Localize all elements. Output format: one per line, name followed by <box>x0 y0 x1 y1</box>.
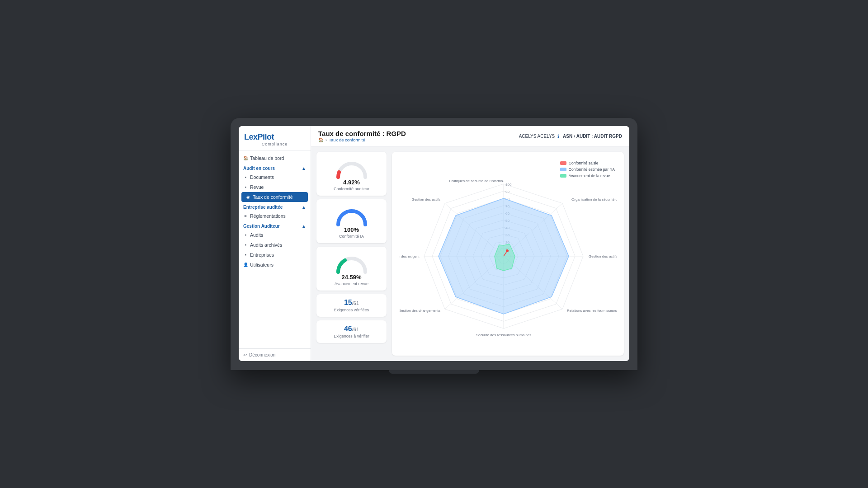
chevron-up-icon3: ▲ <box>302 224 306 229</box>
svg-text:100: 100 <box>505 183 512 187</box>
chevron-up-icon2: ▲ <box>302 205 306 210</box>
conformite-dot <box>506 249 509 252</box>
gauge-ia <box>334 204 370 226</box>
org-label: ACELYS ACELYS ℹ <box>519 134 559 139</box>
section-entreprise-header[interactable]: Entreprise auditée ▲ <box>239 202 311 211</box>
gauge-auditeur <box>334 156 370 179</box>
legend-item-conformite-saisie: Conformité saisie <box>560 161 615 165</box>
breadcrumb-link[interactable]: Taux de conformité <box>329 137 365 142</box>
exigences-a-verifier-label: Exigences à vérifier <box>334 334 369 338</box>
radar-chart: 100 90 80 70 60 50 40 30 20 10 <box>396 156 619 351</box>
breadcrumb: 🏠 › Taux de conformité <box>318 137 406 142</box>
audit-breadcrumb: ASN › AUDIT : AUDIT RGPD <box>563 134 622 139</box>
page-title: Taux de conformité : RGPD <box>318 130 406 137</box>
home-breadcrumb-icon: 🏠 <box>318 137 324 142</box>
legend-item-conformite-ia: Conformité estimée par l'IA <box>560 167 615 172</box>
conformite-ia-pct: 100% <box>344 226 359 233</box>
main-content: Taux de conformité : RGPD 🏠 › Taux de co… <box>311 126 629 361</box>
exigences-a-verifier-count: 46 /61 <box>344 325 359 333</box>
regl-icon: ≡ <box>243 214 248 218</box>
users-icon: 👤 <box>243 263 248 267</box>
sidebar-item-revue[interactable]: ▪ Revue <box>239 182 311 192</box>
content-area: 4.92% Conformité auditeur <box>311 146 629 361</box>
gauge-avancement <box>334 251 370 274</box>
topbar-left: Taux de conformité : RGPD 🏠 › Taux de co… <box>318 130 406 142</box>
archives-icon: ▪ <box>243 243 248 247</box>
sidebar-item-reglementations[interactable]: ≡ Réglementations <box>239 211 311 221</box>
home-icon: 🏠 <box>243 156 248 160</box>
logout-button[interactable]: ↩ Déconnexion <box>243 352 306 357</box>
taux-icon: ◉ <box>246 195 250 199</box>
svg-text:Gestion des actifs: Gestion des actifs <box>411 197 440 202</box>
svg-text:Gestion des actifs: Gestion des actifs <box>589 254 617 258</box>
sidebar-item-tableau-bord[interactable]: 🏠 Tableau de bord <box>239 153 311 163</box>
radar-svg: 100 90 80 70 60 50 40 30 20 10 <box>400 168 617 340</box>
avancement-label: Avancement revue <box>335 282 368 286</box>
conformite-auditeur-pct: 4.92% <box>343 179 360 186</box>
conformite-ia-label: Conformité IA <box>339 234 364 239</box>
svg-text:Sécurité des ressources humain: Sécurité des ressources humaines <box>476 333 531 337</box>
legend-color-ia <box>560 168 566 171</box>
sidebar-item-documents[interactable]: ▪ Documents <box>239 172 311 182</box>
breadcrumb-sep: › <box>326 137 327 142</box>
document-icon: ▪ <box>243 175 248 179</box>
sidebar-nav: 🏠 Tableau de bord Audit en cours ▲ ▪ Doc… <box>239 150 311 348</box>
legend-color-avancement <box>560 174 566 178</box>
sidebar-item-taux-conformite[interactable]: ◉ Taux de conformité <box>241 192 308 202</box>
logo-sub: Compliance <box>244 142 305 146</box>
metric-conformite-ia: 100% Conformité IA <box>316 199 387 243</box>
svg-text:Analyse et spécification des e: Analyse et spécification des exigen. <box>400 254 420 258</box>
sidebar: LexPilot Compliance 🏠 Tableau de bord Au… <box>239 126 311 361</box>
avancement-pct: 24.59% <box>341 274 361 281</box>
logout-icon: ↩ <box>243 352 247 357</box>
metric-exigences-a-verifier: 46 /61 Exigences à vérifier <box>316 320 387 343</box>
entreprises-icon: ▪ <box>243 253 248 257</box>
audits-icon: ▪ <box>243 233 248 237</box>
chart-legend: Conformité saisie Conformité estimée par… <box>560 161 615 178</box>
sidebar-item-audits-archives[interactable]: ▪ Audits archivés <box>239 240 311 250</box>
sidebar-item-utilisateurs[interactable]: 👤 Utilisateurs <box>239 260 311 270</box>
section-gestion-header[interactable]: Gestion Auditeur ▲ <box>239 221 311 230</box>
metrics-panel: 4.92% Conformité auditeur <box>316 152 387 356</box>
conformite-auditeur-label: Conformité auditeur <box>334 187 369 191</box>
chart-panel: 100 90 80 70 60 50 40 30 20 10 <box>392 152 624 356</box>
svg-text:Organisation de la sécurité de: Organisation de la sécurité de l'in. <box>571 197 617 202</box>
topbar-right: ACELYS ACELYS ℹ ASN › AUDIT : AUDIT RGPD <box>519 134 622 139</box>
svg-text:Gestion des changements: Gestion des changements <box>400 309 440 313</box>
legend-color-saisie <box>560 161 566 165</box>
info-icon: ℹ <box>557 134 559 139</box>
metric-avancement: 24.59% Avancement revue <box>316 247 387 291</box>
section-audit-header[interactable]: Audit en cours ▲ <box>239 163 311 172</box>
logo-name: LexPilot <box>244 132 305 142</box>
svg-text:Relations avec les fournisseur: Relations avec les fournisseurs <box>567 309 617 313</box>
topbar: Taux de conformité : RGPD 🏠 › Taux de co… <box>311 126 629 146</box>
chevron-up-icon: ▲ <box>302 166 306 171</box>
legend-item-avancement: Avancement de la revue <box>560 174 615 178</box>
exigences-verifiees-count: 15 /61 <box>344 299 359 307</box>
sidebar-footer: ↩ Déconnexion <box>239 348 311 361</box>
sidebar-item-audits[interactable]: ▪ Audits <box>239 230 311 240</box>
sidebar-item-entreprises[interactable]: ▪ Entreprises <box>239 250 311 260</box>
svg-text:90: 90 <box>505 190 509 194</box>
exigences-verifiees-label: Exigences vérifiées <box>334 308 369 312</box>
logo: LexPilot Compliance <box>239 126 311 150</box>
svg-text:Politiques de sécurité de l'in: Politiques de sécurité de l'informa. <box>449 179 504 183</box>
metric-exigences-verifiees: 15 /61 Exigences vérifiées <box>316 294 387 317</box>
revue-icon: ▪ <box>243 185 248 189</box>
metric-conformite-auditeur: 4.92% Conformité auditeur <box>316 152 387 196</box>
